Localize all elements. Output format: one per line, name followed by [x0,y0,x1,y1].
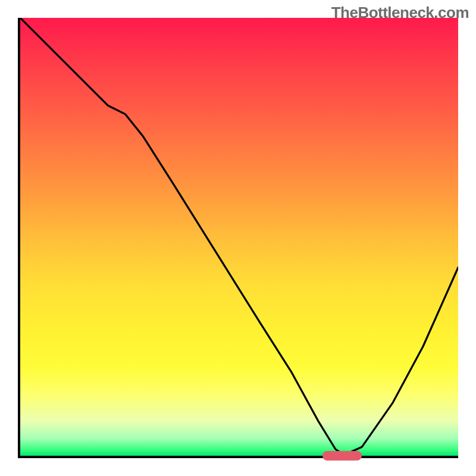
watermark-text: TheBottleneck.com [331,4,469,22]
bottleneck-curve-line [20,18,458,455]
chart-container: TheBottleneck.com [0,0,476,476]
curve-layer [20,18,458,456]
optimal-range-marker [322,451,362,461]
plot-area [18,18,458,458]
